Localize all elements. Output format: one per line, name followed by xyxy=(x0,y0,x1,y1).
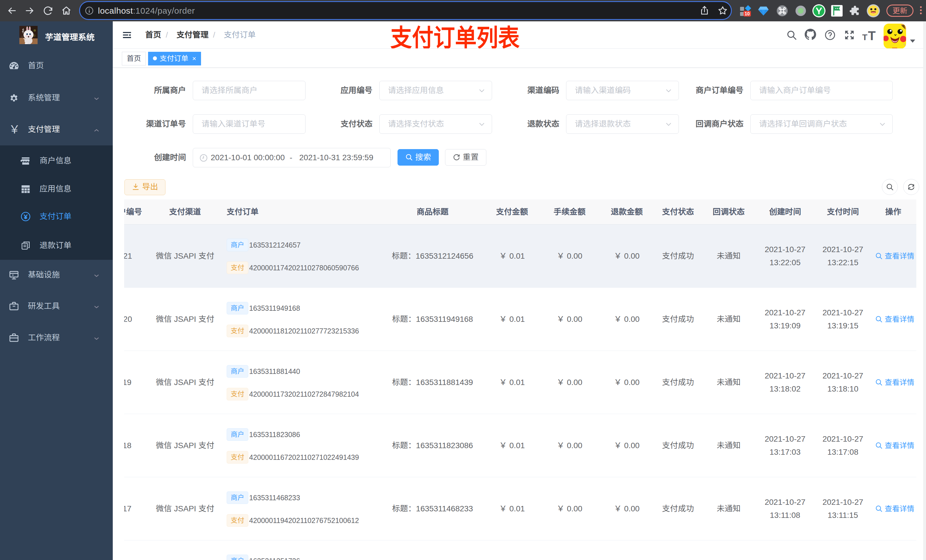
svg-text:10: 10 xyxy=(744,11,750,16)
